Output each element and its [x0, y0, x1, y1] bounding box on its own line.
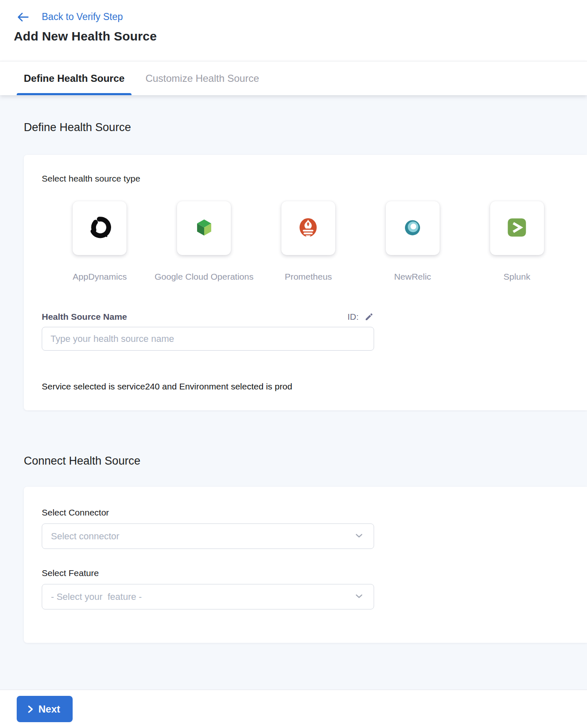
- dialog-header: Back to Verify Step Add New Health Sourc…: [0, 0, 587, 61]
- dialog-footer: Next: [0, 690, 587, 728]
- connector-select[interactable]: Select connector: [42, 523, 374, 549]
- define-section-heading: Define Health Source: [24, 121, 587, 134]
- chevron-down-icon: [354, 530, 364, 543]
- tab-define-health-source[interactable]: Define Health Source: [24, 61, 124, 95]
- source-label: NewRelic: [394, 272, 431, 282]
- back-arrow-icon[interactable]: [17, 12, 29, 23]
- back-link-row[interactable]: Back to Verify Step: [0, 0, 587, 23]
- source-option-newrelic: NewRelic: [360, 201, 465, 282]
- tab-customize-health-source[interactable]: Customize Health Source: [145, 61, 259, 95]
- source-option-splunk: Splunk: [465, 201, 569, 282]
- select-type-label: Select health source type: [42, 174, 569, 184]
- newrelic-card[interactable]: [386, 201, 440, 255]
- newrelic-icon: [400, 215, 425, 241]
- source-option-prometheus: Prometheus: [256, 201, 361, 282]
- id-group: ID:: [347, 312, 374, 322]
- feature-select-value: - Select your feature -: [51, 592, 142, 602]
- appdynamics-card[interactable]: [73, 201, 127, 255]
- prometheus-card[interactable]: [281, 201, 335, 255]
- select-feature-label: Select Feature: [42, 568, 569, 578]
- health-source-type-row: AppDynamics Google Cloud Operations: [48, 201, 569, 282]
- source-label: Prometheus: [285, 272, 332, 282]
- next-button[interactable]: Next: [17, 696, 73, 722]
- prometheus-icon: [296, 215, 320, 241]
- next-chevron-icon: [27, 705, 34, 713]
- source-label: Google Cloud Operations: [154, 272, 253, 282]
- wizard-tabbar: Define Health Source Customize Health So…: [0, 61, 587, 95]
- next-button-label: Next: [38, 703, 60, 715]
- service-environment-note: Service selected is service240 and Envir…: [42, 382, 569, 392]
- source-label: AppDynamics: [73, 272, 127, 282]
- appdynamics-icon: [88, 215, 112, 241]
- add-health-source-dialog: Back to Verify Step Add New Health Sourc…: [0, 0, 587, 728]
- splunk-icon: [505, 215, 529, 241]
- connect-section-heading: Connect Health Source: [24, 455, 587, 468]
- define-health-source-card: Select health source type AppDynamics: [24, 155, 587, 410]
- google-cloud-operations-card[interactable]: [177, 201, 231, 255]
- source-option-google-cloud-operations: Google Cloud Operations: [152, 201, 256, 282]
- feature-select[interactable]: - Select your feature -: [42, 584, 374, 609]
- splunk-card[interactable]: [490, 201, 544, 255]
- health-source-name-row: Health Source Name ID:: [42, 312, 374, 322]
- health-source-name-input[interactable]: [42, 327, 374, 351]
- connect-health-source-card: Select Connector Select connector Select…: [24, 487, 587, 643]
- select-connector-label: Select Connector: [42, 508, 569, 518]
- edit-id-button[interactable]: [364, 312, 374, 322]
- page-title: Add New Health Source: [14, 29, 587, 43]
- id-label: ID:: [347, 312, 359, 322]
- google-cloud-operations-icon: [192, 215, 216, 241]
- chevron-down-icon: [354, 591, 364, 603]
- connector-select-value: Select connector: [51, 531, 119, 542]
- back-to-verify-link[interactable]: Back to Verify Step: [42, 11, 123, 23]
- dialog-body: Define Health Source Select health sourc…: [0, 95, 587, 690]
- health-source-name-label: Health Source Name: [42, 312, 127, 322]
- source-label: Splunk: [504, 272, 530, 282]
- source-option-appdynamics: AppDynamics: [48, 201, 152, 282]
